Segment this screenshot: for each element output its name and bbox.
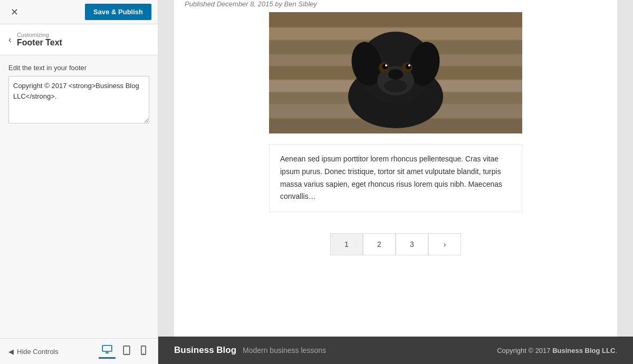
section-header: ‹ Customizing Footer Text <box>0 24 158 55</box>
preview-wrapper: Published December 8, 2015 by Ben Sibley <box>158 0 633 337</box>
pagination: 1 2 3 › <box>330 233 461 255</box>
customizer-panel: ✕ Save & Publish ‹ Customizing Footer Te… <box>0 0 158 364</box>
top-bar: ✕ Save & Publish <box>0 0 158 24</box>
copyright-brand: Business Blog LLC <box>552 347 615 355</box>
hide-controls-button[interactable]: ◀ Hide Controls <box>8 348 59 356</box>
footer-copyright: Copyright © 2017 Business Blog LLC. <box>497 347 617 355</box>
footer-text-input[interactable]: Copyright © 2017 <strong>Business Blog L… <box>8 76 149 123</box>
svg-point-29 <box>384 80 407 92</box>
page-1-button[interactable]: 1 <box>330 233 363 255</box>
post-excerpt: Aenean sed ipsum porttitor lorem rhoncus… <box>269 144 522 212</box>
preview-panel: Published December 8, 2015 by Ben Sibley <box>158 0 633 364</box>
section-title-wrap: Customizing Footer Text <box>17 32 62 47</box>
svg-point-27 <box>385 64 387 66</box>
footer-tagline: Modern business lessons <box>243 346 326 355</box>
desktop-icon <box>102 345 112 353</box>
post-image <box>269 12 522 133</box>
svg-point-28 <box>408 64 410 66</box>
mobile-icon <box>141 346 146 355</box>
svg-point-4 <box>126 352 127 353</box>
mobile-view-button[interactable] <box>138 344 149 359</box>
dog-illustration <box>269 12 522 133</box>
copyright-end: . <box>615 347 617 355</box>
svg-rect-0 <box>102 346 112 351</box>
post-meta: Published December 8, 2015 by Ben Sibley <box>174 0 617 12</box>
page-3-button[interactable]: 3 <box>396 233 428 255</box>
svg-point-22 <box>388 69 403 80</box>
section-title: Footer Text <box>17 38 62 47</box>
preview-inner: Published December 8, 2015 by Ben Sibley <box>174 0 617 337</box>
svg-point-25 <box>382 64 388 69</box>
field-label: Edit the text in your footer <box>8 64 149 72</box>
copyright-text: Copyright © 2017 <box>497 347 552 355</box>
close-button[interactable]: ✕ <box>6 5 23 19</box>
desktop-view-button[interactable] <box>99 344 116 359</box>
page-2-button[interactable]: 2 <box>363 233 396 255</box>
back-button[interactable]: ‹ <box>8 35 12 44</box>
svg-rect-8 <box>269 12 522 27</box>
controls-area: Edit the text in your footer Copyright ©… <box>0 55 158 338</box>
page-next-button[interactable]: › <box>428 233 461 255</box>
save-publish-button[interactable]: Save & Publish <box>85 4 151 20</box>
view-icons <box>99 344 149 359</box>
footer-brand-wrap: Business Blog Modern business lessons <box>174 345 326 356</box>
bottom-bar: ◀ Hide Controls <box>0 338 158 364</box>
svg-point-6 <box>143 352 144 353</box>
footer-brand: Business Blog <box>174 345 236 355</box>
svg-point-26 <box>406 64 411 69</box>
tablet-icon <box>123 346 130 355</box>
site-footer: Business Blog Modern business lessons Co… <box>158 337 633 364</box>
tablet-view-button[interactable] <box>120 344 133 359</box>
hide-controls-label: Hide Controls <box>17 348 59 356</box>
section-subtitle: Customizing <box>17 32 62 38</box>
circle-left-icon: ◀ <box>8 348 14 356</box>
